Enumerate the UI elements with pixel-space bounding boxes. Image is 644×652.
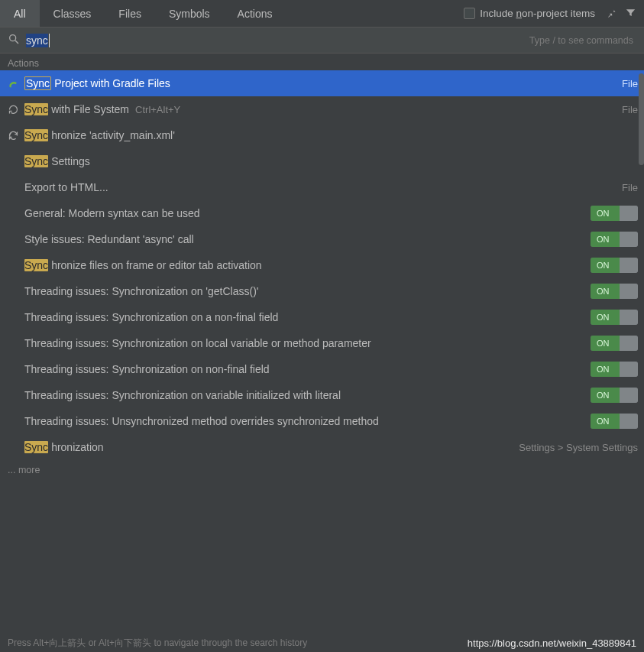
toggle-on[interactable]: ON xyxy=(591,388,638,403)
result-row[interactable]: Threading issues: Synchronization on 'ge… xyxy=(0,278,644,304)
result-label: Sync Settings xyxy=(24,155,638,167)
section-header: Actions xyxy=(0,54,644,70)
toggle-on[interactable]: ON xyxy=(591,310,638,325)
result-context: Settings > System Settings xyxy=(519,442,638,453)
results-list: Sync Project with Gradle FilesFileSync w… xyxy=(0,70,644,460)
search-hint: Type / to see commands xyxy=(529,35,636,46)
result-row[interactable]: Threading issues: Unsynchronized method … xyxy=(0,408,644,434)
result-label: Threading issues: Synchronization on non… xyxy=(24,363,586,375)
result-label: Threading issues: Synchronization on 'ge… xyxy=(24,285,586,297)
search-input[interactable]: sync xyxy=(26,28,523,53)
result-row[interactable]: Style issues: Redundant 'async' callON xyxy=(0,226,644,252)
result-label: Threading issues: Synchronization on loc… xyxy=(24,337,586,349)
result-context: File xyxy=(622,78,638,89)
include-np-label: Include xyxy=(480,8,516,19)
result-row[interactable]: Sync with File SystemCtrl+Alt+YFile xyxy=(0,96,644,122)
include-non-project-checkbox[interactable]: Include non-project items xyxy=(464,8,595,19)
result-label: Export to HTML... xyxy=(24,181,617,193)
result-row[interactable]: Synchronize 'activity_main.xml' xyxy=(0,122,644,148)
result-context: File xyxy=(622,104,638,115)
result-label: Synchronization xyxy=(24,441,514,453)
tab-actions[interactable]: Actions xyxy=(224,0,286,27)
search-tabs: AllClassesFilesSymbolsActions Include no… xyxy=(0,0,644,28)
result-row[interactable]: Export to HTML...File xyxy=(0,174,644,200)
result-row[interactable]: Threading issues: Synchronization on non… xyxy=(0,356,644,382)
result-row[interactable]: Threading issues: Synchronization on a n… xyxy=(0,304,644,330)
result-label: Threading issues: Unsynchronized method … xyxy=(24,415,586,427)
result-label: Synchronize 'activity_main.xml' xyxy=(24,129,638,141)
result-label: Threading issues: Synchronization on var… xyxy=(24,389,586,401)
more-link[interactable]: ... more xyxy=(0,460,644,480)
toggle-on[interactable]: ON xyxy=(591,284,638,299)
result-label: Sync with File SystemCtrl+Alt+Y xyxy=(24,103,617,115)
tab-files[interactable]: Files xyxy=(105,0,155,27)
toggle-on[interactable]: ON xyxy=(591,362,638,377)
search-icon xyxy=(8,33,20,47)
filter-icon[interactable] xyxy=(625,7,636,21)
svg-line-1 xyxy=(15,41,18,44)
scrollbar-thumb[interactable] xyxy=(639,73,644,165)
toggle-on[interactable]: ON xyxy=(591,258,638,273)
toggle-on[interactable]: ON xyxy=(591,206,638,221)
search-row: sync Type / to see commands xyxy=(0,28,644,54)
svg-point-0 xyxy=(10,35,16,41)
result-label: Style issues: Redundant 'async' call xyxy=(24,233,586,245)
result-context: File xyxy=(622,182,638,193)
toggle-on[interactable]: ON xyxy=(591,336,638,351)
shortcut-label: Ctrl+Alt+Y xyxy=(135,104,180,115)
tab-classes[interactable]: Classes xyxy=(40,0,105,27)
result-row[interactable]: SynchronizationSettings > System Setting… xyxy=(0,434,644,460)
refresh-icon xyxy=(6,130,20,141)
toggle-on[interactable]: ON xyxy=(591,414,638,429)
toggle-on[interactable]: ON xyxy=(591,232,638,247)
reload-icon xyxy=(6,104,20,115)
gradle-icon xyxy=(6,78,20,89)
pin-icon[interactable] xyxy=(606,7,617,21)
result-label: General: Modern syntax can be used xyxy=(24,207,586,219)
result-row[interactable]: Synchronize files on frame or editor tab… xyxy=(0,252,644,278)
result-label: Synchronize files on frame or editor tab… xyxy=(24,259,586,271)
result-label: Threading issues: Synchronization on a n… xyxy=(24,311,586,323)
footer-hint: Press Alt+向上箭头 or Alt+向下箭头 to navigate t… xyxy=(8,637,307,650)
tab-all[interactable]: All xyxy=(0,0,40,27)
result-row[interactable]: Sync Settings xyxy=(0,148,644,174)
footer: Press Alt+向上箭头 or Alt+向下箭头 to navigate t… xyxy=(0,634,644,652)
footer-url: https://blog.csdn.net/weixin_43889841 xyxy=(468,637,636,649)
result-row[interactable]: Threading issues: Synchronization on loc… xyxy=(0,330,644,356)
result-row[interactable]: Threading issues: Synchronization on var… xyxy=(0,382,644,408)
tab-symbols[interactable]: Symbols xyxy=(155,0,224,27)
result-label: Sync Project with Gradle Files xyxy=(24,76,617,90)
result-row[interactable]: Sync Project with Gradle FilesFile xyxy=(0,70,644,96)
result-row[interactable]: General: Modern syntax can be usedON xyxy=(0,200,644,226)
